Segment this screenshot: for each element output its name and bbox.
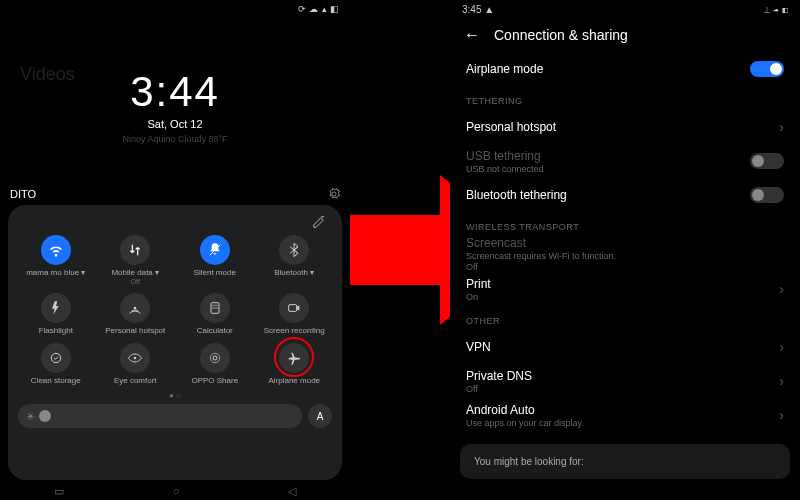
tile-label: Bluetooth ▾ (274, 268, 314, 277)
status-icons-right: ⟂ ☁ ◧ (764, 4, 788, 15)
bell-icon (200, 235, 230, 265)
svg-point-10 (213, 356, 217, 360)
nav-back-icon[interactable]: ◁ (288, 485, 296, 498)
tile-clean[interactable]: Clean storage (18, 341, 94, 387)
tile-label: Clean storage (31, 376, 81, 385)
tile-wifi[interactable]: mama mo blue ▾ (18, 233, 94, 287)
clean-icon (41, 343, 71, 373)
gear-icon[interactable] (328, 188, 340, 200)
clock-date: Sat, Oct 12 (0, 118, 350, 130)
tile-label: Flashlight (39, 326, 73, 335)
tile-label: mama mo blue ▾ (26, 268, 85, 277)
category-header: TETHERING (466, 96, 784, 106)
bt-icon (279, 235, 309, 265)
chevron-right-icon: › (779, 407, 784, 423)
row-personal-hotspot[interactable]: Personal hotspot› (466, 110, 784, 144)
row-sublabel: On (466, 292, 491, 302)
tiles-grid: mama mo blue ▾Mobile data ▾OffSilent mod… (18, 233, 332, 387)
wifi-icon (41, 235, 71, 265)
nav-recent-icon[interactable]: ▭ (54, 485, 64, 498)
tile-label: Calculator (197, 326, 233, 335)
tile-bell[interactable]: Silent mode (177, 233, 253, 287)
tile-eye[interactable]: Eye comfort (98, 341, 174, 387)
row-screencast: ScreencastScreencast requires Wi-Fi to f… (466, 236, 784, 272)
brightness-icon: ☀ (26, 411, 35, 422)
eye-icon (120, 343, 150, 373)
chevron-right-icon: › (779, 373, 784, 389)
calc-icon (200, 293, 230, 323)
row-label: USB tethering (466, 149, 544, 163)
row-sublabel: Screencast requires Wi-Fi to function. (466, 251, 616, 261)
carrier-label: DITO (10, 188, 36, 200)
tile-hotspot[interactable]: Personal hotspot (98, 291, 174, 337)
chevron-right-icon: › (779, 339, 784, 355)
nav-bar-left: ▭ ○ ◁ (0, 485, 350, 498)
row-airplane-mode[interactable]: Airplane mode (466, 52, 784, 86)
toggle[interactable] (750, 187, 784, 203)
row-print[interactable]: PrintOn› (466, 272, 784, 306)
row-label: VPN (466, 340, 491, 354)
carrier-row: DITO (10, 188, 340, 200)
tile-label: OPPO Share (191, 376, 238, 385)
page-indicator: ● ○ (18, 391, 332, 400)
tile-share[interactable]: OPPO Share (177, 341, 253, 387)
settings-header: ← Connection & sharing (450, 18, 800, 52)
row-vpn[interactable]: VPN› (466, 330, 784, 364)
tile-label: Airplane mode (268, 376, 320, 385)
auto-brightness-button[interactable]: A (308, 404, 332, 428)
row-label: Screencast (466, 236, 616, 250)
airplane-status-icon: ▲ (484, 4, 494, 15)
brightness-slider[interactable]: ☀ (18, 404, 302, 428)
category-header: OTHER (466, 316, 784, 326)
tile-calc[interactable]: Calculator (177, 291, 253, 337)
back-arrow-icon[interactable]: ← (464, 26, 480, 44)
edit-icon[interactable] (312, 215, 326, 229)
tile-flash[interactable]: Flashlight (18, 291, 94, 337)
row-sublabel2: Off (466, 262, 616, 272)
rec-icon (279, 293, 309, 323)
row-private-dns[interactable]: Private DNSOff› (466, 364, 784, 398)
weather-line: Ninoy Aquino Cloudy 88°F (0, 134, 350, 144)
flash-icon (41, 293, 71, 323)
tile-data[interactable]: Mobile data ▾Off (98, 233, 174, 287)
row-bluetooth-tethering[interactable]: Bluetooth tethering (466, 178, 784, 212)
row-sublabel: Off (466, 384, 532, 394)
status-bar-right: 3:45 ▲ ⟂ ☁ ◧ (450, 0, 800, 18)
row-label: Personal hotspot (466, 120, 556, 134)
nav-home-icon[interactable]: ○ (173, 485, 180, 498)
tile-label: Personal hotspot (105, 326, 165, 335)
share-icon (200, 343, 230, 373)
tile-plane[interactable]: Airplane mode (257, 341, 333, 387)
brightness-row: ☀ A (18, 404, 332, 428)
toggle (750, 153, 784, 169)
svg-point-11 (210, 353, 219, 362)
category-header: WIRELESS TRANSPORT (466, 222, 784, 232)
tile-label: Eye comfort (114, 376, 157, 385)
status-time: 3:45 (462, 4, 481, 15)
row-label: Print (466, 277, 491, 291)
brightness-knob[interactable] (39, 410, 51, 422)
plane-icon (279, 343, 309, 373)
svg-point-5 (214, 307, 215, 308)
row-sublabel: USB not connected (466, 164, 544, 174)
chevron-right-icon: › (779, 281, 784, 297)
tile-label: Screen recording (264, 326, 325, 335)
tile-label: Silent mode (194, 268, 236, 277)
right-phone-screen: 3:45 ▲ ⟂ ☁ ◧ ← Connection & sharing Airp… (450, 0, 800, 500)
row-usb-tethering: USB tetheringUSB not connected (466, 144, 784, 178)
row-label: Airplane mode (466, 62, 543, 76)
tile-bt[interactable]: Bluetooth ▾ (257, 233, 333, 287)
svg-point-6 (216, 307, 217, 308)
airplane-toggle[interactable] (750, 61, 784, 77)
page-title: Connection & sharing (494, 27, 628, 43)
tile-sublabel: Off (131, 278, 140, 285)
background-app-label: Videos (20, 64, 75, 85)
row-android-auto[interactable]: Android AutoUse apps on your car display… (466, 398, 784, 432)
svg-point-4 (212, 307, 213, 308)
chevron-right-icon: › (779, 119, 784, 135)
suggestion-box: You might be looking for: (460, 444, 790, 479)
svg-rect-7 (289, 305, 297, 312)
svg-point-1 (134, 307, 137, 310)
hotspot-icon (120, 293, 150, 323)
tile-rec[interactable]: Screen recording (257, 291, 333, 337)
